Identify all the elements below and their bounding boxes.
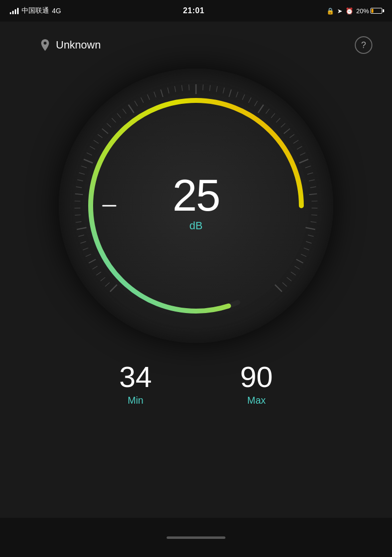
svg-line-36 (135, 101, 138, 106)
svg-line-11 (86, 254, 91, 257)
svg-line-49 (223, 88, 224, 94)
svg-line-42 (174, 86, 175, 92)
svg-line-79 (301, 254, 306, 257)
svg-line-76 (308, 235, 314, 237)
battery-percent-label: 20% (356, 7, 369, 15)
svg-line-63 (297, 146, 302, 149)
svg-line-70 (309, 194, 317, 195)
alarm-icon: ⏰ (345, 7, 353, 15)
svg-line-39 (154, 92, 156, 97)
svg-line-68 (309, 180, 315, 181)
svg-line-9 (93, 266, 98, 269)
svg-line-25 (84, 159, 93, 163)
svg-line-51 (236, 92, 238, 97)
svg-line-50 (229, 90, 231, 97)
battery-icon (370, 8, 382, 14)
carrier-label: 中国联通 (22, 6, 49, 15)
svg-line-66 (305, 166, 311, 168)
svg-line-65 (299, 159, 308, 163)
svg-line-12 (83, 248, 88, 250)
home-indicator[interactable] (167, 536, 225, 539)
svg-line-28 (94, 140, 98, 143)
svg-line-33 (117, 113, 121, 118)
min-label: Min (119, 395, 152, 406)
svg-line-31 (107, 123, 111, 127)
svg-line-6 (105, 283, 110, 287)
svg-line-55 (258, 105, 264, 113)
gauge-container: 25 dB (59, 69, 333, 343)
location-bar: Unknown ? (0, 36, 392, 54)
svg-line-7 (100, 277, 105, 281)
svg-line-35 (128, 105, 134, 113)
svg-line-53 (248, 97, 251, 103)
help-label: ? (361, 40, 366, 50)
location-name: Unknown (56, 39, 101, 51)
svg-line-41 (168, 88, 169, 94)
svg-line-27 (90, 146, 95, 149)
svg-line-34 (122, 109, 126, 114)
svg-line-67 (307, 173, 313, 174)
svg-line-48 (216, 86, 217, 92)
svg-line-60 (284, 129, 290, 134)
lock-icon: 🔒 (326, 7, 334, 15)
svg-line-40 (161, 90, 163, 97)
svg-line-32 (112, 118, 116, 122)
db-value-display: 25 (172, 173, 220, 218)
svg-line-46 (203, 84, 203, 90)
gauge-dial: 25 dB (59, 69, 333, 343)
svg-line-23 (79, 173, 85, 174)
svg-line-59 (281, 123, 285, 127)
time-display: 21:01 (183, 6, 204, 15)
db-unit-label: dB (172, 219, 220, 232)
max-value: 90 (240, 363, 273, 392)
svg-line-81 (294, 266, 299, 269)
svg-line-78 (304, 248, 309, 250)
svg-line-74 (311, 221, 317, 222)
svg-line-38 (147, 95, 150, 100)
svg-line-77 (306, 242, 311, 243)
svg-line-37 (141, 97, 143, 103)
svg-line-84 (282, 283, 287, 287)
svg-line-15 (77, 227, 87, 229)
svg-line-82 (291, 272, 296, 275)
svg-line-44 (189, 84, 189, 90)
pin-icon (39, 38, 51, 52)
svg-line-47 (210, 85, 210, 91)
stats-row: 34 Min 90 Max (0, 363, 392, 406)
location-arrow-icon: ➤ (337, 7, 343, 15)
status-bar: 中国联通 4G 21:01 🔒 ➤ ⏰ 20% (0, 0, 392, 22)
svg-line-43 (182, 85, 182, 91)
svg-line-24 (81, 166, 87, 168)
svg-line-75 (306, 227, 316, 229)
svg-line-83 (287, 277, 291, 281)
main-content: Unknown ? (0, 22, 392, 406)
help-button[interactable]: ? (355, 36, 372, 54)
max-stat: 90 Max (240, 363, 273, 406)
status-right: 🔒 ➤ ⏰ 20% (326, 7, 382, 15)
svg-line-61 (290, 134, 294, 138)
svg-line-56 (266, 109, 269, 114)
svg-line-14 (78, 235, 84, 237)
svg-line-69 (310, 187, 316, 188)
svg-line-16 (75, 221, 81, 222)
svg-line-10 (89, 259, 96, 263)
svg-line-5 (110, 285, 117, 291)
signal-bars-icon (10, 7, 19, 14)
gauge-center-display: 25 dB (172, 173, 220, 232)
min-stat: 34 Min (119, 363, 152, 406)
location-left: Unknown (39, 38, 101, 52)
svg-line-22 (77, 180, 83, 181)
svg-line-26 (87, 153, 92, 155)
svg-line-54 (254, 101, 257, 106)
svg-line-62 (294, 140, 298, 143)
bottom-bar (0, 518, 392, 557)
svg-line-80 (296, 259, 303, 263)
network-label: 4G (52, 7, 61, 15)
max-label: Max (240, 395, 273, 406)
svg-line-52 (243, 95, 245, 100)
status-left: 中国联通 4G (10, 6, 61, 15)
svg-line-21 (76, 187, 82, 188)
svg-line-17 (75, 215, 81, 216)
min-value: 34 (119, 363, 152, 392)
svg-line-85 (275, 285, 282, 291)
